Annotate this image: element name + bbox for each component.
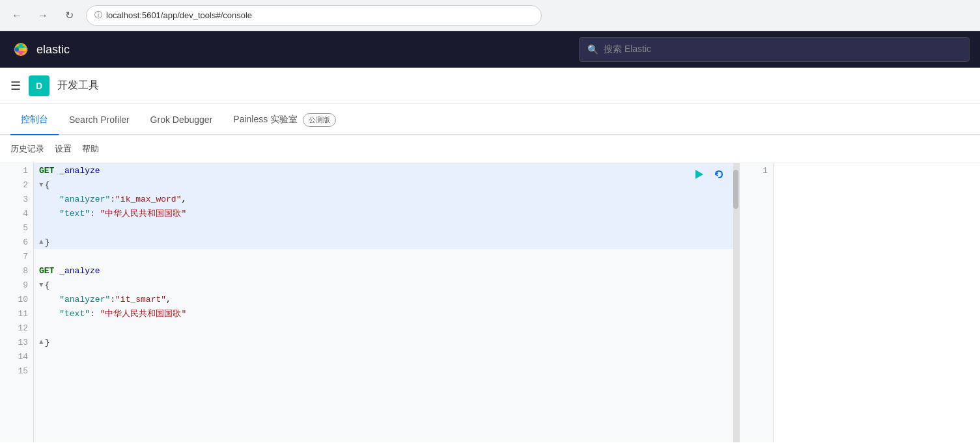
url-text: localhost:5601/app/dev_tools#/console xyxy=(106,10,252,20)
app-title: 开发工具 xyxy=(57,79,99,92)
ln-9: 9 xyxy=(0,278,33,292)
tab-painless[interactable]: Painless 实验室 公测版 xyxy=(223,105,346,135)
key-analyzer-2: "analyzer" xyxy=(59,295,110,304)
editor-line-numbers: 1 2 3 4 5 6 7 8 9 10 11 12 13 14 15 xyxy=(0,163,34,442)
ln-14: 14 xyxy=(0,349,33,364)
search-icon: 🔍 xyxy=(587,44,598,55)
editor-container: 1 2 3 4 5 6 7 8 9 10 11 12 13 14 15 xyxy=(0,163,980,442)
fold-9[interactable]: ▼ xyxy=(39,281,44,289)
code-line-11: "text" : "中华人民共和国国歌" xyxy=(34,306,733,321)
beta-badge: 公测版 xyxy=(303,113,336,127)
settings-button[interactable]: 设置 xyxy=(55,141,72,157)
editor-action-icons xyxy=(692,167,725,181)
ln-11: 11 xyxy=(0,306,33,321)
hamburger-icon[interactable]: ☰ xyxy=(10,79,21,93)
svg-point-3 xyxy=(19,51,23,55)
app-header: ☰ D 开发工具 xyxy=(0,68,980,104)
back-button[interactable]: ← xyxy=(8,7,26,25)
editor-scrollbar[interactable] xyxy=(733,163,738,442)
ln-12: 12 xyxy=(0,321,33,335)
code-line-3: "analyzer" : "ik_max_word" , xyxy=(34,192,733,206)
scrollbar-thumb[interactable] xyxy=(733,170,738,209)
code-line-5 xyxy=(34,221,733,235)
result-line-numbers: 1 xyxy=(740,163,774,442)
ln-15: 15 xyxy=(0,364,33,378)
key-text-2: "text" xyxy=(59,309,90,319)
info-icon: ⓘ xyxy=(94,10,102,21)
app-badge: D xyxy=(29,75,49,96)
svg-marker-6 xyxy=(695,170,703,179)
tab-console[interactable]: 控制台 xyxy=(10,105,59,135)
code-line-10: "analyzer" : "it_smart" , xyxy=(34,292,733,306)
ln-6: 6 xyxy=(0,235,33,249)
tab-console-label: 控制台 xyxy=(21,114,48,126)
elastic-text: elastic xyxy=(36,43,70,57)
code-line-8: GET _analyze xyxy=(34,263,733,278)
badge-letter: D xyxy=(36,81,42,91)
key-text-1: "text" xyxy=(59,209,90,219)
code-line-7 xyxy=(34,249,733,263)
reload-button[interactable]: ↻ xyxy=(60,7,78,25)
tab-grok-debugger[interactable]: Grok Debugger xyxy=(140,105,223,135)
global-search-bar[interactable]: 🔍 搜索 Elastic xyxy=(579,37,970,62)
ln-10: 10 xyxy=(0,292,33,306)
ln-2: 2 xyxy=(0,178,33,192)
ln-7: 7 xyxy=(0,249,33,263)
code-line-12 xyxy=(34,321,733,335)
ln-5: 5 xyxy=(0,221,33,235)
keyword-get-1: GET xyxy=(39,166,54,176)
code-line-15 xyxy=(34,364,733,378)
result-content xyxy=(774,163,980,442)
run-icon[interactable] xyxy=(692,167,706,181)
ln-8: 8 xyxy=(0,263,33,278)
help-button[interactable]: 帮助 xyxy=(82,141,99,157)
code-line-13: ▲ } xyxy=(34,335,733,349)
code-line-4: "text" : "中华人民共和国国歌" xyxy=(34,206,733,221)
code-line-1: GET _analyze xyxy=(34,163,733,178)
ln-13: 13 xyxy=(0,335,33,349)
url-bar[interactable]: ⓘ localhost:5601/app/dev_tools#/console xyxy=(86,5,542,26)
tab-search-profiler[interactable]: Search Profiler xyxy=(59,105,140,135)
tabs-bar: 控制台 Search Profiler Grok Debugger Painle… xyxy=(0,104,980,135)
elastic-logo[interactable]: elastic xyxy=(10,39,70,60)
svg-point-2 xyxy=(19,44,23,47)
elastic-logo-icon xyxy=(10,39,31,60)
forward-button[interactable]: → xyxy=(34,7,52,25)
brace-6: } xyxy=(45,237,50,247)
keyword-get-2: GET xyxy=(39,266,54,276)
code-line-2: ▼ { xyxy=(34,178,733,192)
brace-2: { xyxy=(45,180,50,190)
val-text-1: "中华人民共和国国歌" xyxy=(100,208,187,219)
tab-grok-debugger-label: Grok Debugger xyxy=(150,114,213,125)
browser-bar: ← → ↻ ⓘ localhost:5601/app/dev_tools#/co… xyxy=(0,0,980,31)
brace-9: { xyxy=(45,280,50,290)
code-editor[interactable]: GET _analyze ▼ { "analyzer" : "ik_max_wo… xyxy=(34,163,733,442)
svg-point-4 xyxy=(15,47,19,51)
code-line-9: ▼ { xyxy=(34,278,733,292)
copy-as-curl-icon[interactable] xyxy=(711,167,725,181)
editor-panel: 1 2 3 4 5 6 7 8 9 10 11 12 13 14 15 xyxy=(0,163,739,442)
tab-painless-label: Painless 实验室 xyxy=(233,114,298,126)
fold-13[interactable]: ▲ xyxy=(39,338,44,346)
path-1: _analyze xyxy=(59,166,100,176)
svg-point-5 xyxy=(23,47,27,51)
key-analyzer-1: "analyzer" xyxy=(59,195,110,204)
fold-2[interactable]: ▼ xyxy=(39,181,44,189)
tab-search-profiler-label: Search Profiler xyxy=(69,114,130,125)
brace-13: } xyxy=(45,338,50,347)
code-line-6: ▲ } xyxy=(34,235,733,249)
result-inner: 1 xyxy=(740,163,980,442)
val-ik-max: "ik_max_word" xyxy=(115,195,181,204)
history-button[interactable]: 历史记录 xyxy=(10,141,44,157)
result-panel: 1 xyxy=(739,163,980,442)
ln-4: 4 xyxy=(0,206,33,221)
val-it-smart: "it_smart" xyxy=(115,295,166,304)
toolbar: 历史记录 设置 帮助 xyxy=(0,135,980,163)
ln-1: 1 xyxy=(0,163,33,178)
path-2: _analyze xyxy=(59,266,100,276)
code-line-14 xyxy=(34,349,733,364)
fold-6[interactable]: ▲ xyxy=(39,238,44,246)
val-text-2: "中华人民共和国国歌" xyxy=(100,308,187,319)
result-ln-1: 1 xyxy=(740,163,773,178)
top-nav: elastic 🔍 搜索 Elastic xyxy=(0,31,980,68)
